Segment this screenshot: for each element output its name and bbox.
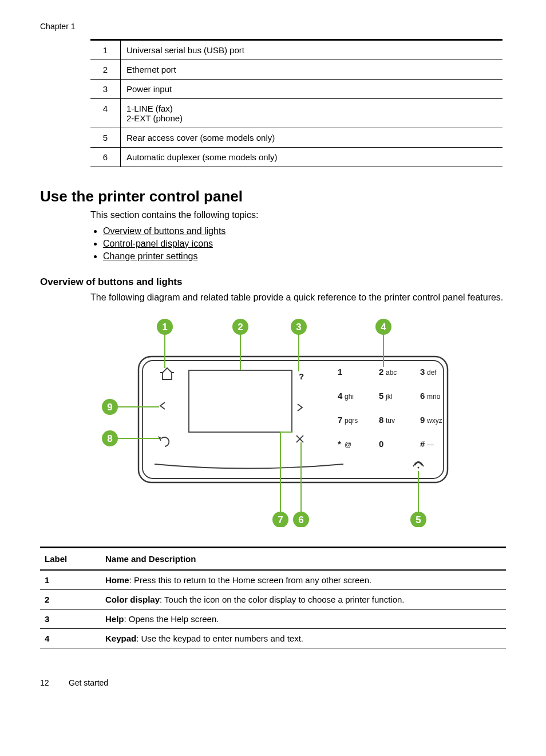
port-number: 2 [90, 60, 121, 80]
port-desc: Rear access cover (some models only) [121, 128, 503, 148]
port-desc: Universal serial bus (USB) port [121, 40, 503, 60]
callout-number: 6 [298, 514, 303, 525]
keypad-key: 2 [379, 367, 383, 377]
port-number: 1 [90, 40, 121, 60]
svg-rect-2 [189, 370, 292, 432]
wireless-icon [413, 462, 424, 469]
labels-header-desc: Name and Description [101, 547, 506, 570]
svg-rect-1 [143, 361, 444, 478]
topic-item: Change printer settings [103, 251, 506, 262]
keypad-sub: ghi [345, 393, 354, 401]
right-arrow-icon [298, 404, 302, 411]
label-number: 4 [40, 628, 101, 648]
keypad-key: 3 [420, 367, 425, 377]
keypad-sub: jkl [385, 393, 392, 401]
callout-number: 9 [107, 402, 112, 413]
port-desc: 1-LINE (fax)2-EXT (phone) [121, 99, 503, 128]
port-number: 4 [90, 99, 121, 128]
keypad-key: * [338, 439, 341, 449]
callout-number: 4 [381, 322, 386, 333]
label-desc: Keypad: Use the keypad to enter numbers … [101, 628, 506, 648]
footer-title: Get started [69, 678, 108, 687]
cancel-icon [296, 436, 303, 442]
label-desc: Help: Opens the Help screen. [101, 609, 506, 628]
callout-number: 8 [107, 433, 112, 444]
port-number: 5 [90, 128, 121, 148]
topic-link[interactable]: Overview of buttons and lights [103, 226, 225, 236]
label-desc: Home: Press this to return to the Home s… [101, 570, 506, 590]
topic-list: Overview of buttons and lightsControl-pa… [90, 226, 506, 262]
keypad-sub: — [427, 441, 434, 449]
callout-number: 1 [162, 322, 167, 333]
port-desc: Power input [121, 80, 503, 99]
keypad-key: 0 [379, 439, 383, 449]
keypad-sub: tuv [386, 417, 395, 425]
subsection-desc: The following diagram and related table … [90, 291, 506, 304]
port-number: 6 [90, 148, 121, 167]
callout-number: 2 [238, 322, 243, 333]
back-arrow-icon [160, 402, 165, 409]
page-footer: 12 Get started [40, 678, 506, 687]
keypad-sub: def [427, 369, 437, 377]
topic-link[interactable]: Change printer settings [103, 251, 197, 261]
labels-header-label: Label [40, 547, 101, 570]
svg-rect-0 [139, 357, 448, 482]
keypad-key: 8 [379, 415, 383, 425]
callout-number: 3 [296, 322, 301, 333]
help-icon: ? [299, 371, 304, 381]
labels-table: Label Name and Description 1Home: Press … [40, 547, 506, 648]
topic-item: Control-panel display icons [103, 239, 506, 249]
keypad-sub: abc [386, 369, 397, 377]
label-number: 3 [40, 609, 101, 628]
keypad-sub: wxyz [426, 417, 442, 425]
keypad-key: 9 [420, 415, 425, 425]
port-desc: Ethernet port [121, 60, 503, 80]
control-panel-figure: ? 12abc3def4ghi5jkl6mno7pqrs8tuv9wxyz*@0… [97, 315, 464, 529]
return-icon [159, 437, 169, 446]
port-number: 3 [90, 80, 121, 99]
keypad-key: 6 [420, 391, 425, 401]
keypad-sub: mno [427, 393, 441, 401]
label-desc: Color display: Touch the icon on the col… [101, 589, 506, 609]
label-number: 1 [40, 570, 101, 590]
svg-point-3 [418, 466, 420, 468]
keypad-key: 5 [379, 391, 383, 401]
callout-number: 5 [416, 514, 421, 525]
port-desc: Automatic duplexer (some models only) [121, 148, 503, 167]
topic-link[interactable]: Control-panel display icons [103, 239, 213, 248]
section-intro: This section contains the following topi… [90, 210, 506, 220]
chapter-label: Chapter 1 [40, 22, 506, 31]
keypad-key: 7 [338, 415, 342, 425]
label-number: 2 [40, 589, 101, 609]
ports-table: 1Universal serial bus (USB) port2Etherne… [90, 39, 503, 167]
callout-number: 7 [278, 514, 283, 525]
keypad-sub: @ [345, 441, 351, 449]
topic-item: Overview of buttons and lights [103, 226, 506, 236]
page-number: 12 [40, 678, 66, 687]
keypad-key: 1 [338, 367, 342, 377]
section-heading: Use the printer control panel [40, 188, 506, 205]
keypad-key: 4 [338, 391, 343, 401]
keypad: 12abc3def4ghi5jkl6mno7pqrs8tuv9wxyz*@0#— [338, 367, 442, 449]
keypad-sub: pqrs [345, 417, 358, 425]
keypad-key: # [420, 439, 425, 449]
home-icon [160, 368, 174, 379]
subsection-heading: Overview of buttons and lights [40, 276, 506, 288]
